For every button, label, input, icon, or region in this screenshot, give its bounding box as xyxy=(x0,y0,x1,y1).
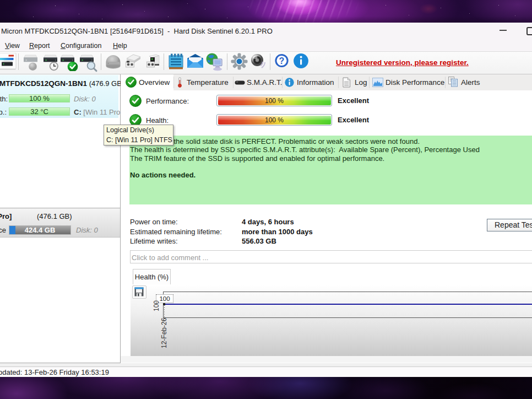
svg-text:?: ? xyxy=(279,56,285,66)
